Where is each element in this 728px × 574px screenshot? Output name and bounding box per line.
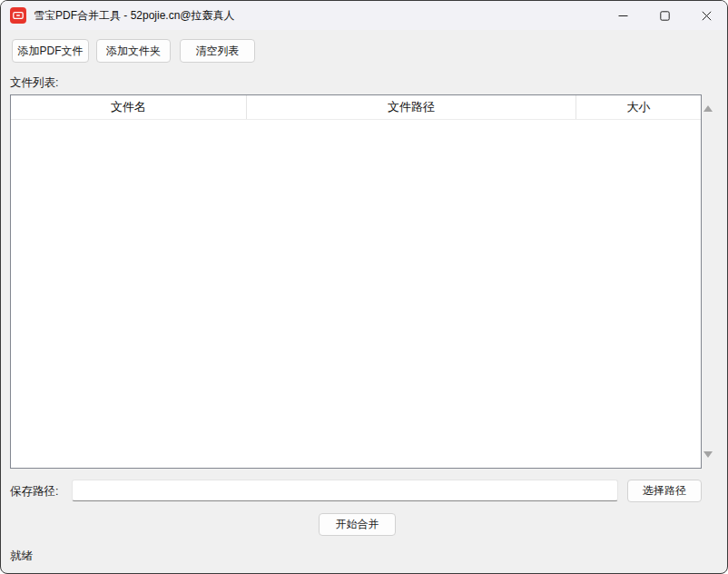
pdf-merge-icon: [13, 10, 24, 21]
add-pdf-files-button[interactable]: 添加PDF文件: [12, 39, 89, 63]
scroll-up-icon[interactable]: [703, 105, 713, 112]
file-list-body[interactable]: [11, 121, 701, 468]
choose-path-button[interactable]: 选择路径: [627, 480, 702, 502]
column-header-size: 大小: [576, 95, 701, 119]
close-icon: [702, 11, 712, 21]
save-path-input[interactable]: [72, 480, 618, 501]
file-list-table[interactable]: 文件名 文件路径 大小: [10, 94, 702, 469]
close-button[interactable]: [685, 1, 727, 30]
minimize-icon: [618, 11, 628, 21]
file-list-header: 文件名 文件路径 大小: [11, 95, 701, 120]
window-controls: [602, 1, 727, 30]
status-text: 就绪: [10, 549, 33, 564]
maximize-button[interactable]: [644, 1, 685, 30]
scroll-down-icon[interactable]: [703, 451, 713, 458]
add-folder-button[interactable]: 添加文件夹: [96, 39, 171, 63]
column-header-filename: 文件名: [11, 95, 247, 119]
window-title: 雪宝PDF合并工具 - 52pojie.cn@拉轰真人: [34, 8, 235, 24]
column-header-filepath: 文件路径: [247, 95, 576, 119]
title-bar: 雪宝PDF合并工具 - 52pojie.cn@拉轰真人: [1, 1, 727, 30]
maximize-icon: [660, 11, 670, 21]
save-path-label: 保存路径:: [10, 484, 58, 500]
minimize-button[interactable]: [602, 1, 644, 30]
vertical-scrollbar[interactable]: [702, 94, 714, 469]
app-window: 雪宝PDF合并工具 - 52pojie.cn@拉轰真人 添加PDF文件 添加文: [0, 0, 728, 574]
app-icon: [10, 7, 26, 24]
file-list-label: 文件列表:: [10, 75, 58, 91]
clear-list-button[interactable]: 清空列表: [180, 39, 255, 63]
start-merge-button[interactable]: 开始合并: [319, 513, 396, 536]
